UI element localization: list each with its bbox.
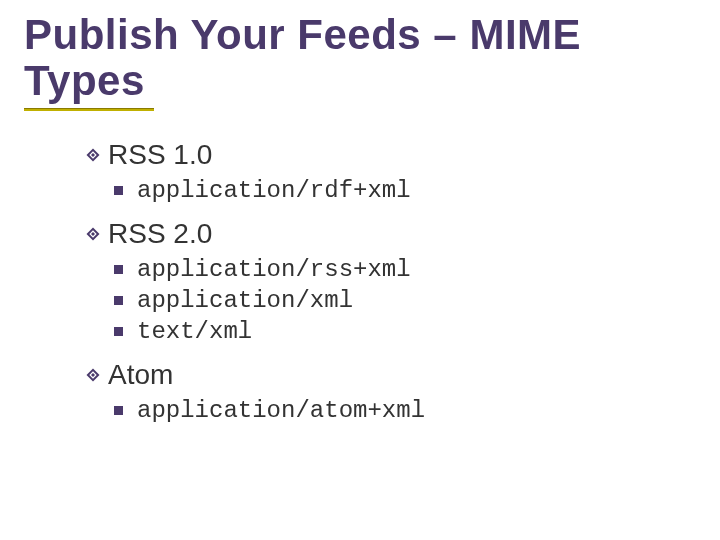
items-group: application/atom+xml: [114, 397, 696, 424]
square-bullet-icon: [114, 296, 123, 305]
page-title: Publish Your Feeds – MIME Types: [24, 12, 696, 104]
section-label: RSS 2.0: [108, 218, 212, 250]
list-item: application/atom+xml: [114, 397, 696, 424]
section-rss-2-0: RSS 2.0 application/rss+xml application/…: [86, 218, 696, 345]
mime-type: text/xml: [137, 318, 252, 345]
list-item: text/xml: [114, 318, 696, 345]
items-group: application/rss+xml application/xml text…: [114, 256, 696, 345]
mime-type: application/xml: [137, 287, 353, 314]
section-label: Atom: [108, 359, 173, 391]
mime-type: application/rdf+xml: [137, 177, 411, 204]
diamond-bullet-icon: [86, 227, 100, 241]
square-bullet-icon: [114, 265, 123, 274]
list-item: Atom: [86, 359, 696, 391]
section-rss-1-0: RSS 1.0 application/rdf+xml: [86, 139, 696, 204]
title-underline: [24, 108, 154, 111]
section-label: RSS 1.0: [108, 139, 212, 171]
mime-type: application/atom+xml: [137, 397, 425, 424]
square-bullet-icon: [114, 406, 123, 415]
list-item: application/rdf+xml: [114, 177, 696, 204]
slide: Publish Your Feeds – MIME Types RSS 1.0 …: [0, 0, 720, 540]
square-bullet-icon: [114, 186, 123, 195]
square-bullet-icon: [114, 327, 123, 336]
section-atom: Atom application/atom+xml: [86, 359, 696, 424]
diamond-bullet-icon: [86, 148, 100, 162]
items-group: application/rdf+xml: [114, 177, 696, 204]
list-item: application/xml: [114, 287, 696, 314]
mime-type: application/rss+xml: [137, 256, 411, 283]
list-item: RSS 2.0: [86, 218, 696, 250]
diamond-bullet-icon: [86, 368, 100, 382]
list-item: RSS 1.0: [86, 139, 696, 171]
list-item: application/rss+xml: [114, 256, 696, 283]
content-area: RSS 1.0 application/rdf+xml RSS 2.0: [86, 139, 696, 424]
